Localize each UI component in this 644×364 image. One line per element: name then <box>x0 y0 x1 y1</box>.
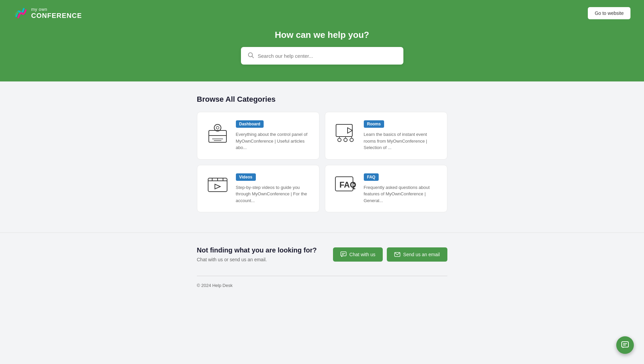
email-button-label: Send us an email <box>403 252 440 257</box>
svg-rect-8 <box>336 124 352 137</box>
videos-info: Videos Step-by-step videos to guide you … <box>236 173 311 204</box>
svg-point-11 <box>344 138 347 142</box>
videos-desc: Step-by-step videos to guide you through… <box>236 184 311 204</box>
svg-line-1 <box>252 56 253 58</box>
svg-point-5 <box>216 126 219 129</box>
rooms-info: Rooms Learn the basics of instant event … <box>364 120 439 151</box>
chat-icon <box>340 251 347 258</box>
faq-desc: Frequently asked questions about feature… <box>364 184 439 204</box>
footer-content: Not finding what you are looking for? Ch… <box>190 246 454 288</box>
svg-point-10 <box>338 138 341 142</box>
not-finding-title: Not finding what you are looking for? <box>197 246 317 254</box>
logo-my-own: my own <box>31 7 82 12</box>
search-input[interactable] <box>258 53 397 59</box>
svg-rect-24 <box>341 252 346 256</box>
svg-marker-9 <box>348 128 352 133</box>
category-card-rooms[interactable]: Rooms Learn the basics of instant event … <box>325 112 447 160</box>
chat-button-label: Chat with us <box>349 252 375 257</box>
logo-text: my own CONFERENCE <box>31 7 82 19</box>
search-bar <box>241 47 403 65</box>
chat-button[interactable]: Chat with us <box>333 247 383 262</box>
logo-conference: CONFERENCE <box>31 12 82 19</box>
svg-point-0 <box>248 53 252 57</box>
dashboard-icon <box>205 120 230 145</box>
go-to-website-button[interactable]: Go to website <box>588 7 630 19</box>
logo-icon <box>14 6 28 20</box>
logo: my own CONFERENCE <box>14 6 82 20</box>
browse-title: Browse All Categories <box>197 95 447 104</box>
rooms-badge: Rooms <box>364 120 384 128</box>
header-title: How can we help you? <box>275 30 369 40</box>
videos-icon <box>205 173 230 198</box>
floating-chat-button[interactable] <box>616 336 634 354</box>
faq-icon: FAQ <box>333 173 358 198</box>
category-card-faq[interactable]: FAQ FAQ Frequently asked questions about… <box>325 165 447 213</box>
main-content: Browse All Categories Dashboard Everythi… <box>190 81 454 233</box>
svg-marker-21 <box>215 184 220 189</box>
category-card-dashboard[interactable]: Dashboard Everything about the control p… <box>197 112 319 160</box>
email-button[interactable]: Send us an email <box>387 247 447 262</box>
copyright: © 2024 Help Desk <box>197 283 447 288</box>
faq-badge: FAQ <box>364 173 379 181</box>
footer-divider <box>197 276 447 276</box>
categories-grid: Dashboard Everything about the control p… <box>197 112 447 212</box>
dashboard-info: Dashboard Everything about the control p… <box>236 120 311 151</box>
faq-info: FAQ Frequently asked questions about fea… <box>364 173 439 204</box>
not-finding-section: Not finding what you are looking for? Ch… <box>197 246 447 262</box>
contact-buttons: Chat with us Send us an email <box>333 247 447 262</box>
svg-rect-28 <box>622 342 628 347</box>
footer: Not finding what you are looking for? Ch… <box>0 233 644 295</box>
email-icon <box>394 251 400 258</box>
rooms-icon <box>333 120 358 145</box>
category-card-videos[interactable]: Videos Step-by-step videos to guide you … <box>197 165 319 213</box>
not-finding-text: Not finding what you are looking for? Ch… <box>197 246 317 262</box>
not-finding-desc: Chat with us or send us an email. <box>197 257 317 262</box>
videos-badge: Videos <box>236 173 256 181</box>
dashboard-badge: Dashboard <box>236 120 264 128</box>
header: my own CONFERENCE Go to website How can … <box>0 0 644 81</box>
header-top: my own CONFERENCE Go to website <box>14 0 630 26</box>
svg-text:FAQ: FAQ <box>339 180 356 189</box>
search-icon <box>248 52 254 60</box>
svg-point-12 <box>350 138 353 142</box>
floating-chat-icon <box>621 341 629 349</box>
rooms-desc: Learn the basics of instant event rooms … <box>364 131 439 151</box>
dashboard-desc: Everything about the control panel of My… <box>236 131 311 151</box>
